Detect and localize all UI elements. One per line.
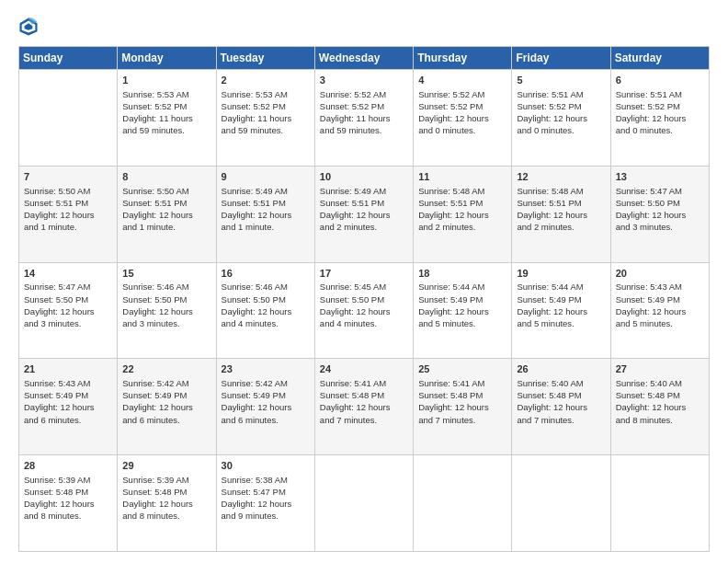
- calendar-cell: 6Sunrise: 5:51 AM Sunset: 5:52 PM Daylig…: [610, 70, 709, 167]
- calendar-cell: 29Sunrise: 5:39 AM Sunset: 5:48 PM Dayli…: [118, 455, 216, 552]
- calendar-cell: 17Sunrise: 5:45 AM Sunset: 5:50 PM Dayli…: [314, 262, 413, 359]
- weekday-header-monday: Monday: [118, 47, 216, 70]
- day-number: 15: [122, 267, 210, 281]
- day-info: Sunrise: 5:47 AM Sunset: 5:50 PM Dayligh…: [616, 185, 704, 233]
- day-info: Sunrise: 5:52 AM Sunset: 5:52 PM Dayligh…: [320, 88, 408, 136]
- day-info: Sunrise: 5:42 AM Sunset: 5:49 PM Dayligh…: [122, 377, 210, 425]
- day-number: 8: [122, 170, 210, 184]
- day-number: 25: [418, 362, 506, 376]
- weekday-header-friday: Friday: [512, 47, 610, 70]
- day-number: 1: [122, 74, 210, 87]
- day-info: Sunrise: 5:41 AM Sunset: 5:48 PM Dayligh…: [418, 377, 506, 425]
- day-info: Sunrise: 5:48 AM Sunset: 5:51 PM Dayligh…: [418, 185, 506, 233]
- day-number: 7: [24, 170, 112, 184]
- day-number: 24: [320, 362, 408, 376]
- day-number: 23: [222, 362, 310, 376]
- day-info: Sunrise: 5:46 AM Sunset: 5:50 PM Dayligh…: [222, 281, 310, 328]
- week-row-3: 21Sunrise: 5:43 AM Sunset: 5:49 PM Dayli…: [19, 359, 710, 455]
- calendar-cell: 5Sunrise: 5:51 AM Sunset: 5:52 PM Daylig…: [512, 70, 610, 167]
- week-row-0: 1Sunrise: 5:53 AM Sunset: 5:52 PM Daylig…: [19, 70, 710, 167]
- day-info: Sunrise: 5:39 AM Sunset: 5:48 PM Dayligh…: [24, 474, 112, 522]
- calendar-cell: [19, 70, 118, 167]
- day-info: Sunrise: 5:43 AM Sunset: 5:49 PM Dayligh…: [616, 281, 704, 328]
- day-info: Sunrise: 5:44 AM Sunset: 5:49 PM Dayligh…: [418, 281, 506, 328]
- weekday-header-sunday: Sunday: [19, 47, 118, 70]
- day-number: 4: [418, 74, 506, 87]
- day-info: Sunrise: 5:50 AM Sunset: 5:51 PM Dayligh…: [24, 185, 112, 233]
- calendar-cell: [512, 455, 610, 552]
- weekday-header-wednesday: Wednesday: [314, 47, 413, 70]
- day-info: Sunrise: 5:47 AM Sunset: 5:50 PM Dayligh…: [24, 281, 112, 328]
- page: SundayMondayTuesdayWednesdayThursdayFrid…: [0, 0, 728, 563]
- day-number: 5: [517, 74, 605, 87]
- day-number: 14: [24, 267, 112, 281]
- calendar-cell: 15Sunrise: 5:46 AM Sunset: 5:50 PM Dayli…: [118, 262, 216, 359]
- calendar-cell: 27Sunrise: 5:40 AM Sunset: 5:48 PM Dayli…: [610, 359, 709, 455]
- day-number: 3: [320, 74, 408, 87]
- day-number: 21: [24, 362, 112, 376]
- day-info: Sunrise: 5:44 AM Sunset: 5:49 PM Dayligh…: [517, 281, 605, 328]
- day-info: Sunrise: 5:48 AM Sunset: 5:51 PM Dayligh…: [517, 185, 605, 233]
- day-info: Sunrise: 5:53 AM Sunset: 5:52 PM Dayligh…: [122, 88, 210, 136]
- day-number: 16: [222, 267, 310, 281]
- day-info: Sunrise: 5:41 AM Sunset: 5:48 PM Dayligh…: [320, 377, 408, 425]
- calendar-cell: 28Sunrise: 5:39 AM Sunset: 5:48 PM Dayli…: [19, 455, 118, 552]
- calendar-cell: 4Sunrise: 5:52 AM Sunset: 5:52 PM Daylig…: [414, 70, 512, 167]
- day-number: 22: [122, 362, 210, 376]
- day-info: Sunrise: 5:52 AM Sunset: 5:52 PM Dayligh…: [418, 88, 506, 136]
- day-info: Sunrise: 5:46 AM Sunset: 5:50 PM Dayligh…: [122, 281, 210, 328]
- calendar-cell: 24Sunrise: 5:41 AM Sunset: 5:48 PM Dayli…: [314, 359, 413, 455]
- calendar-cell: 26Sunrise: 5:40 AM Sunset: 5:48 PM Dayli…: [512, 359, 610, 455]
- calendar-cell: 8Sunrise: 5:50 AM Sunset: 5:51 PM Daylig…: [118, 166, 216, 262]
- day-number: 9: [222, 170, 310, 184]
- day-number: 2: [222, 74, 310, 87]
- calendar-cell: 22Sunrise: 5:42 AM Sunset: 5:49 PM Dayli…: [118, 359, 216, 455]
- week-row-4: 28Sunrise: 5:39 AM Sunset: 5:48 PM Dayli…: [19, 455, 710, 552]
- day-info: Sunrise: 5:39 AM Sunset: 5:48 PM Dayligh…: [122, 474, 210, 522]
- calendar-cell: [414, 455, 512, 552]
- day-number: 20: [616, 267, 704, 281]
- day-info: Sunrise: 5:40 AM Sunset: 5:48 PM Dayligh…: [616, 377, 704, 425]
- day-number: 19: [517, 267, 605, 281]
- day-number: 28: [24, 459, 112, 473]
- calendar-cell: 20Sunrise: 5:43 AM Sunset: 5:49 PM Dayli…: [610, 262, 709, 359]
- week-row-1: 7Sunrise: 5:50 AM Sunset: 5:51 PM Daylig…: [19, 166, 710, 262]
- weekday-header-tuesday: Tuesday: [216, 47, 314, 70]
- day-number: 13: [616, 170, 704, 184]
- day-info: Sunrise: 5:38 AM Sunset: 5:47 PM Dayligh…: [222, 474, 310, 522]
- weekday-header-saturday: Saturday: [610, 47, 709, 70]
- day-info: Sunrise: 5:51 AM Sunset: 5:52 PM Dayligh…: [616, 88, 704, 136]
- logo: [18, 17, 41, 37]
- header: [18, 17, 710, 37]
- day-number: 12: [517, 170, 605, 184]
- day-info: Sunrise: 5:43 AM Sunset: 5:49 PM Dayligh…: [24, 377, 112, 425]
- calendar-cell: 12Sunrise: 5:48 AM Sunset: 5:51 PM Dayli…: [512, 166, 610, 262]
- day-number: 27: [616, 362, 704, 376]
- calendar-cell: 3Sunrise: 5:52 AM Sunset: 5:52 PM Daylig…: [314, 70, 413, 167]
- calendar-cell: 21Sunrise: 5:43 AM Sunset: 5:49 PM Dayli…: [19, 359, 118, 455]
- day-info: Sunrise: 5:53 AM Sunset: 5:52 PM Dayligh…: [222, 88, 310, 136]
- calendar-cell: 9Sunrise: 5:49 AM Sunset: 5:51 PM Daylig…: [216, 166, 314, 262]
- day-info: Sunrise: 5:40 AM Sunset: 5:48 PM Dayligh…: [517, 377, 605, 425]
- day-number: 29: [122, 459, 210, 473]
- calendar-cell: 1Sunrise: 5:53 AM Sunset: 5:52 PM Daylig…: [118, 70, 216, 167]
- day-info: Sunrise: 5:45 AM Sunset: 5:50 PM Dayligh…: [320, 281, 408, 328]
- day-info: Sunrise: 5:51 AM Sunset: 5:52 PM Dayligh…: [517, 88, 605, 136]
- calendar-cell: 2Sunrise: 5:53 AM Sunset: 5:52 PM Daylig…: [216, 70, 314, 167]
- weekday-header-row: SundayMondayTuesdayWednesdayThursdayFrid…: [19, 47, 710, 70]
- day-number: 11: [418, 170, 506, 184]
- day-info: Sunrise: 5:49 AM Sunset: 5:51 PM Dayligh…: [320, 185, 408, 233]
- calendar-cell: 18Sunrise: 5:44 AM Sunset: 5:49 PM Dayli…: [414, 262, 512, 359]
- calendar-cell: 14Sunrise: 5:47 AM Sunset: 5:50 PM Dayli…: [19, 262, 118, 359]
- day-info: Sunrise: 5:50 AM Sunset: 5:51 PM Dayligh…: [122, 185, 210, 233]
- calendar-cell: 13Sunrise: 5:47 AM Sunset: 5:50 PM Dayli…: [610, 166, 709, 262]
- calendar-cell: 30Sunrise: 5:38 AM Sunset: 5:47 PM Dayli…: [216, 455, 314, 552]
- day-number: 30: [222, 459, 310, 473]
- calendar-cell: 7Sunrise: 5:50 AM Sunset: 5:51 PM Daylig…: [19, 166, 118, 262]
- day-info: Sunrise: 5:42 AM Sunset: 5:49 PM Dayligh…: [222, 377, 310, 425]
- calendar-cell: 16Sunrise: 5:46 AM Sunset: 5:50 PM Dayli…: [216, 262, 314, 359]
- calendar-cell: [610, 455, 709, 552]
- day-number: 26: [517, 362, 605, 376]
- day-number: 17: [320, 267, 408, 281]
- calendar-cell: [314, 455, 413, 552]
